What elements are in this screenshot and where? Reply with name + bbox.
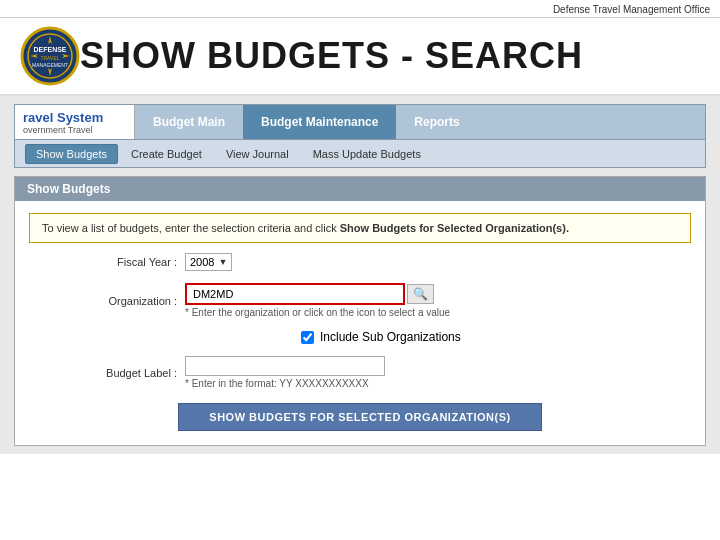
search-icon: 🔍 [413,287,428,301]
svg-text:TRAVEL: TRAVEL [40,55,59,61]
svg-text:DEFENSE: DEFENSE [33,46,66,53]
include-sub-checkbox[interactable] [301,331,314,344]
org-search-button[interactable]: 🔍 [407,284,434,304]
info-box: To view a list of budgets, enter the sel… [29,213,691,243]
org-input-wrap: 🔍 * Enter the organization or click on t… [185,283,450,318]
nav-tab-budget-maintenance[interactable]: Budget Maintenance [243,105,396,139]
nav-bar: ravel System overnment Travel Budget Mai… [14,104,706,140]
fiscal-year-select[interactable]: 2008 ▼ [185,253,232,271]
fiscal-year-row: Fiscal Year : 2008 ▼ [75,253,685,271]
subnav-show-budgets[interactable]: Show Budgets [25,144,118,164]
fiscal-year-label: Fiscal Year : [75,256,185,268]
budget-label-hint: * Enter in the format: YY XXXXXXXXXXX [185,378,385,389]
panel-title: Show Budgets [15,177,705,201]
sub-nav: Show Budgets Create Budget View Journal … [14,140,706,168]
nav-logo-sub: overnment Travel [23,125,126,135]
subnav-create-budget[interactable]: Create Budget [120,144,213,164]
content-panel: Show Budgets To view a list of budgets, … [14,176,706,446]
nav-tabs: Budget Main Budget Maintenance Reports [135,105,705,139]
fiscal-year-select-wrap: 2008 ▼ [185,253,232,271]
budget-label-wrap: * Enter in the format: YY XXXXXXXXXXX [185,356,385,389]
show-budgets-submit-button[interactable]: SHOW BUDGETS FOR SELECTED ORGANIZATION(S… [178,403,541,431]
info-text: To view a list of budgets, enter the sel… [42,222,569,234]
budget-label-row: Budget Label : * Enter in the format: YY… [75,356,685,389]
org-row: Organization : 🔍 * Enter the organizatio… [75,283,685,318]
org-input[interactable] [185,283,405,305]
chevron-down-icon: ▼ [218,257,227,267]
submit-btn-wrap: SHOW BUDGETS FOR SELECTED ORGANIZATION(S… [15,403,705,431]
org-hint: * Enter the organization or click on the… [185,307,450,318]
nav-logo: ravel System overnment Travel [15,105,135,139]
page-title: SHOW BUDGETS - SEARCH [80,35,583,77]
org-input-row: 🔍 [185,283,450,305]
top-bar: Defense Travel Management Office [0,0,720,18]
include-sub-label: Include Sub Organizations [320,330,461,344]
subnav-view-journal[interactable]: View Journal [215,144,300,164]
form-area: Fiscal Year : 2008 ▼ Organization : 🔍 [75,253,685,389]
agency-logo: DEFENSE TRAVEL MANAGEMENT [20,26,80,86]
nav-tab-budget-main[interactable]: Budget Main [135,105,243,139]
main-content: ravel System overnment Travel Budget Mai… [0,96,720,454]
top-bar-label: Defense Travel Management Office [553,4,710,15]
header: DEFENSE TRAVEL MANAGEMENT SHOW BUDGETS -… [0,18,720,96]
nav-tab-reports[interactable]: Reports [396,105,477,139]
nav-logo-title: ravel System [23,110,126,125]
svg-text:MANAGEMENT: MANAGEMENT [32,62,68,68]
include-sub-row: Include Sub Organizations [301,330,685,344]
budget-label-input[interactable] [185,356,385,376]
org-label: Organization : [75,295,185,307]
info-bold: Show Budgets for Selected Organization(s… [340,222,569,234]
subnav-mass-update[interactable]: Mass Update Budgets [302,144,432,164]
budget-label-label: Budget Label : [75,367,185,379]
